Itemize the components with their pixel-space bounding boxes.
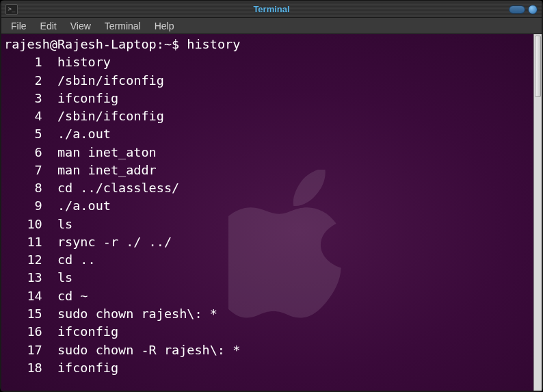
history-number: 13	[4, 269, 42, 287]
prompt-command: history	[187, 37, 240, 51]
history-command: sudo chown rajesh\: *	[42, 306, 217, 321]
history-command: ./a.out	[42, 127, 111, 141]
history-number: 8	[4, 179, 42, 197]
terminal-window: >_ Terminal File Edit View Terminal Help…	[0, 0, 543, 392]
prompt-symbol: $	[172, 37, 179, 51]
history-command: ifconfig	[42, 361, 118, 375]
history-command: /sbin/ifconfig	[42, 109, 164, 123]
history-number: 10	[4, 215, 42, 233]
history-command: sudo chown -R rajesh\: *	[42, 343, 241, 357]
history-command: man inet_addr	[42, 163, 157, 177]
history-number: 11	[4, 233, 42, 251]
history-number: 7	[4, 161, 42, 179]
scroll-thumb[interactable]	[535, 36, 541, 97]
app-icon: >_	[5, 4, 18, 15]
history-number: 9	[4, 197, 42, 215]
terminal-icon: >_	[8, 6, 16, 12]
history-number: 14	[4, 287, 42, 305]
history-command: cd ../classless/	[42, 181, 179, 195]
history-number: 16	[4, 323, 42, 341]
titlebar[interactable]: >_ Terminal	[1, 1, 542, 18]
history-command: cd ~	[42, 289, 88, 303]
history-command: rsync -r ./ ../	[42, 235, 172, 249]
menubar: File Edit View Terminal Help	[1, 18, 542, 34]
history-command: ls	[42, 270, 73, 285]
minimize-button[interactable]	[509, 5, 525, 14]
menu-view[interactable]: View	[64, 19, 98, 33]
history-command: ./a.out	[42, 198, 111, 213]
menu-help[interactable]: Help	[148, 19, 181, 33]
menu-file[interactable]: File	[4, 19, 34, 33]
prompt-path: ~	[164, 37, 172, 51]
history-command: /sbin/ifconfig	[42, 73, 164, 88]
history-number: 2	[4, 72, 42, 90]
history-number: 12	[4, 251, 42, 269]
close-button[interactable]	[528, 5, 538, 14]
menu-terminal[interactable]: Terminal	[98, 19, 148, 33]
history-number: 18	[4, 359, 42, 377]
history-number: 1	[4, 53, 42, 71]
history-number: 17	[4, 341, 42, 359]
history-command: history	[42, 55, 111, 69]
history-number: 15	[4, 305, 42, 323]
history-number: 4	[4, 107, 42, 125]
history-command: cd ..	[42, 252, 96, 267]
terminal-output[interactable]: rajesh@Rajesh-Laptop:~$ history 1history…	[1, 34, 533, 391]
history-number: 6	[4, 144, 42, 161]
history-command: ifconfig	[42, 91, 118, 105]
scrollbar[interactable]	[533, 34, 542, 391]
history-command: man inet_aton	[42, 145, 157, 159]
window-controls	[509, 5, 538, 14]
menu-edit[interactable]: Edit	[34, 19, 64, 33]
prompt-user-host: rajesh@Rajesh-Laptop	[4, 37, 157, 51]
history-command: ls	[42, 217, 73, 231]
history-number: 5	[4, 125, 42, 143]
terminal-body[interactable]: rajesh@Rajesh-Laptop:~$ history 1history…	[1, 34, 542, 391]
history-command: ifconfig	[42, 324, 118, 339]
history-number: 3	[4, 90, 42, 107]
window-title: Terminal	[253, 4, 289, 14]
